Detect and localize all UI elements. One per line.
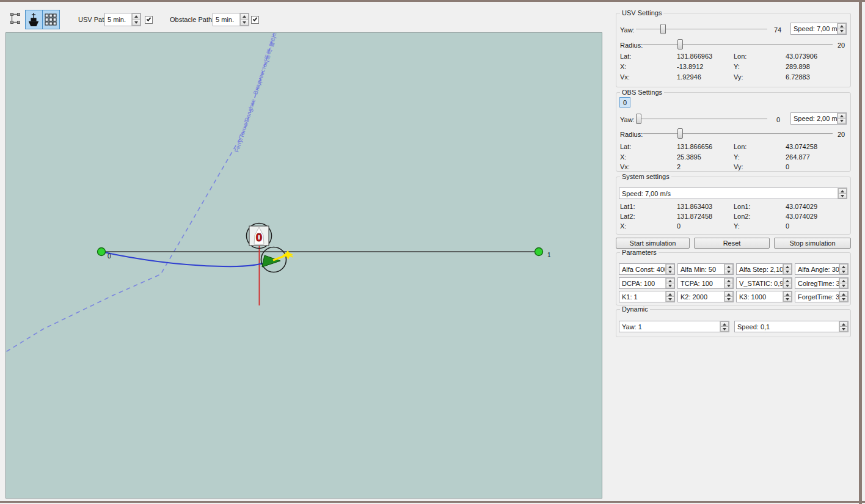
usv-vessel[interactable] xyxy=(261,247,294,272)
waypoint-end[interactable]: 1 xyxy=(535,248,552,259)
obs-yaw-slider[interactable] xyxy=(636,114,767,125)
obs-radius-slider-handle[interactable] xyxy=(677,128,683,139)
obs-settings-title: OBS Settings xyxy=(620,89,664,96)
ferry-route-label: Ferry/Тонхэ/Donghae - Владивосток[동해-블라디… xyxy=(233,33,287,153)
obs-lon-value: 43.074258 xyxy=(786,143,817,150)
alfa-step-spinbox[interactable]: Alfa Step: 2,10 xyxy=(736,263,792,275)
spin-up-icon xyxy=(840,115,844,117)
ship-icon xyxy=(27,12,40,27)
obs-y-label: Y: xyxy=(734,153,740,161)
sys-y-value: 0 xyxy=(786,222,789,230)
spin-up-icon xyxy=(841,190,844,192)
ship-mode-button[interactable] xyxy=(26,10,43,29)
spin-up-icon xyxy=(243,15,246,18)
usv-x-label: X: xyxy=(620,63,626,70)
usv-radius-label: Radius: xyxy=(620,42,643,49)
grid-icon xyxy=(44,13,57,26)
sys-lon1-label: Lon1: xyxy=(734,203,751,210)
window-border-right xyxy=(859,2,862,504)
usv-vy-value: 6.72883 xyxy=(786,73,810,81)
usv-lat-label: Lat: xyxy=(620,53,631,60)
waypoint-start-label: 0 xyxy=(108,253,111,260)
alfa-min-spinbox[interactable]: Alfa Min: 50 xyxy=(677,263,734,275)
dynamic-yaw-spinbox[interactable]: Yaw: 1 xyxy=(619,321,729,332)
system-settings-group: System settings Speed: 7,00 m/s Lat1: 13… xyxy=(616,177,851,235)
polyline-tool-icon xyxy=(9,12,22,25)
tcpa-spinbox[interactable]: TCPA: 100 xyxy=(677,277,734,289)
dcpa-spinbox[interactable]: DCPA: 100 xyxy=(619,277,675,289)
usv-radius-value: 20 xyxy=(838,42,845,49)
k1-spinbox[interactable]: K1: 1 xyxy=(619,291,675,302)
usv-y-label: Y: xyxy=(734,63,740,70)
obstacle-vessel[interactable]: 0 xyxy=(247,224,272,249)
obstacle-path-spin-buttons[interactable] xyxy=(239,13,249,26)
waypoint-end-label: 1 xyxy=(547,252,551,258)
k2-spinbox[interactable]: K2: 2000 xyxy=(677,291,734,302)
spin-down-icon xyxy=(243,21,246,24)
usv-vy-label: Vy: xyxy=(734,73,743,81)
obstacle-selector-button[interactable]: 0 xyxy=(619,97,630,108)
usv-trail-path xyxy=(101,252,268,266)
usv-lon-value: 43.073906 xyxy=(786,53,817,60)
obs-settings-group: OBS Settings 0 Yaw: 0 Speed: 2,00 m/s Ra… xyxy=(616,92,851,172)
usv-x-value: -13.8912 xyxy=(677,63,703,70)
usv-speed-spinbox[interactable]: Speed: 7,00 m/s xyxy=(790,23,847,35)
sys-lon2-label: Lon2: xyxy=(734,213,751,220)
forget-time-spinbox[interactable]: ForgetTime: 30 xyxy=(795,291,849,302)
system-speed-spinbox[interactable]: Speed: 7,00 m/s xyxy=(619,188,847,199)
usv-vx-value: 1.92946 xyxy=(677,73,701,81)
usv-yaw-slider-handle[interactable] xyxy=(660,24,666,34)
check-icon xyxy=(147,16,151,21)
parameters-group: Parameters Alfa Const: 400 Alfa Min: 50 … xyxy=(616,252,851,305)
usv-radius-slider-handle[interactable] xyxy=(677,39,683,49)
colreg-time-spinbox[interactable]: ColregTime: 30 xyxy=(795,277,849,289)
reset-button[interactable]: Reset xyxy=(694,238,770,249)
dynamic-speed-spinbox[interactable]: Speed: 0,1 xyxy=(734,321,849,332)
start-simulation-button[interactable]: Start simulation xyxy=(616,238,690,249)
sys-y-label: Y: xyxy=(734,222,740,230)
sys-lon1-value: 43.074029 xyxy=(786,203,817,210)
usv-lat-value: 131.866963 xyxy=(677,53,712,60)
k3-spinbox[interactable]: K3: 1000 xyxy=(736,291,792,302)
obs-lat-label: Lat: xyxy=(620,143,631,150)
usv-path-value: 5 min. xyxy=(105,16,131,23)
obs-vx-label: Vx: xyxy=(620,163,630,170)
usv-lon-label: Lon: xyxy=(734,53,746,60)
obstacle-path-spinbox[interactable]: 5 min. xyxy=(213,13,249,26)
sys-x-label: X: xyxy=(620,222,626,230)
usv-path-spinbox[interactable]: 5 min. xyxy=(104,13,141,26)
spin-down-icon xyxy=(134,21,138,24)
usv-yaw-slider[interactable] xyxy=(636,24,767,35)
dynamic-group: Dynamic Yaw: 1 Speed: 0,1 xyxy=(616,309,851,337)
grid-mode-button[interactable] xyxy=(43,10,60,29)
sys-lat2-label: Lat2: xyxy=(620,213,635,220)
usv-vx-label: Vx: xyxy=(620,73,630,81)
obs-yaw-slider-handle[interactable] xyxy=(636,114,641,124)
alfa-angle-spinbox[interactable]: Alfa Angle: 30 xyxy=(795,263,849,275)
usv-path-spin-buttons[interactable] xyxy=(131,13,141,26)
v-static-spinbox[interactable]: V_STATIC: 0,90 xyxy=(736,277,792,289)
alfa-const-spinbox[interactable]: Alfa Const: 400 xyxy=(619,263,675,275)
obs-vx-value: 2 xyxy=(677,163,681,170)
obs-radius-value: 20 xyxy=(838,131,845,138)
usv-settings-group: USV Settings Yaw: 74 Speed: 7,00 m/s Rad… xyxy=(616,13,851,87)
waypoint-start[interactable]: 0 xyxy=(98,248,112,260)
obs-speed-spinbox[interactable]: Speed: 2,00 m/s xyxy=(790,112,847,125)
sys-lon2-value: 43.074029 xyxy=(786,213,817,220)
map-canvas[interactable]: Ferry/Тонхэ/Donghae - Владивосток[동해-블라디… xyxy=(5,32,602,499)
obs-yaw-value: 0 xyxy=(776,116,780,123)
obs-lon-label: Lon: xyxy=(734,143,746,150)
obs-y-value: 264.877 xyxy=(786,153,810,161)
obs-radius-slider[interactable] xyxy=(643,128,833,139)
obstacle-path-checkbox[interactable] xyxy=(251,16,259,24)
usv-hull xyxy=(262,255,280,267)
obstacle-path-value: 5 min. xyxy=(213,16,239,23)
usv-radius-slider[interactable] xyxy=(643,39,833,50)
path-select-tool-button[interactable] xyxy=(9,12,22,25)
obs-yaw-label: Yaw: xyxy=(620,116,635,123)
usv-path-checkbox[interactable] xyxy=(145,16,153,24)
spin-down-icon xyxy=(840,30,844,32)
stop-simulation-button[interactable]: Stop simulation xyxy=(774,238,851,249)
obs-radius-label: Radius: xyxy=(620,131,643,138)
parameters-title: Parameters xyxy=(620,249,659,256)
